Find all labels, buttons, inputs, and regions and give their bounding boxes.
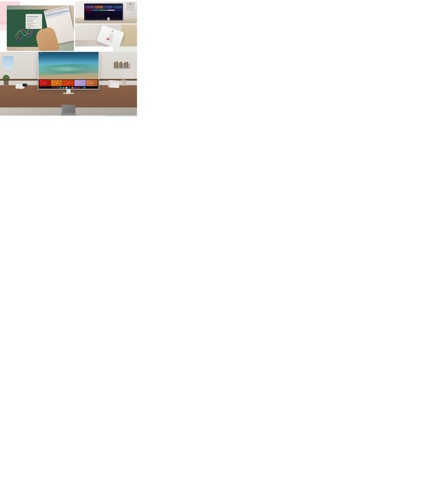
hand-phone-image: 02. Window retouch Please change it to t… <box>7 5 74 51</box>
nav-hulu[interactable]: hulu <box>63 87 65 89</box>
monitor-stand-neck <box>66 89 71 93</box>
desk-paper-2 <box>16 84 23 89</box>
remote-home-button[interactable] <box>109 37 111 39</box>
nav-left-icons: ≡ ⚙ ⌂ <box>52 87 56 88</box>
desk-monitor <box>84 4 123 20</box>
svg-text:you can reflect it and: you can reflect it and <box>27 27 34 27</box>
remote-image: Netflix hulu be <box>75 24 137 46</box>
monitor-scene <box>75 1 137 24</box>
nav-home-icon[interactable]: ⌂ <box>54 87 56 88</box>
card-captain-marvel[interactable]: CAPTAIN MARVEL <box>39 80 51 86</box>
remote-scene: Netflix hulu be <box>75 24 137 46</box>
remote-ok-button[interactable] <box>109 33 113 37</box>
nav-apple-tv[interactable]: TV+ <box>65 87 67 89</box>
svg-text:gradation color,: gradation color, <box>27 24 32 25</box>
monitor-desk-image <box>75 1 137 24</box>
mouse-device <box>22 84 27 86</box>
page-wrapper: 02. Window retouch Please change it to t… <box>0 0 137 117</box>
room-shelf <box>114 68 130 69</box>
remote-back-button[interactable] <box>108 36 109 38</box>
remote-menu-button[interactable] <box>111 38 113 40</box>
card-lady-tramp-2[interactable]: Lady Lady Tramp Tramp <box>74 80 86 86</box>
bottom-section: Featured CAPTAIN MARVEL <box>0 52 137 116</box>
svg-text:of the sky with the: of the sky with the <box>27 20 33 20</box>
svg-text:but if you have a better ide: but if you have a better ide <box>27 25 36 26</box>
room-window <box>3 56 14 69</box>
webcam <box>126 2 134 10</box>
nav-disney[interactable]: Disney+ <box>68 87 70 89</box>
room-background: Featured CAPTAIN MARVEL <box>0 52 137 116</box>
content-card-1 <box>85 6 94 9</box>
screen-hero-area: Featured <box>38 52 99 79</box>
pencil-cup <box>122 80 126 86</box>
chair-seat <box>61 113 76 116</box>
plant-pot <box>4 81 9 85</box>
right-top-column: Netflix hulu be <box>74 1 137 51</box>
nav-menu-icon[interactable]: ≡ <box>52 87 53 88</box>
card-incredibles[interactable]: THE INCREDIBLES <box>63 80 74 86</box>
desk-chair <box>59 105 78 116</box>
nav-prime[interactable]: prime <box>60 87 61 89</box>
chair-back <box>62 105 75 113</box>
content-cards-container: CAPTAIN MARVEL LADY & TRAMP <box>38 79 99 86</box>
screen-nav-bar: ≡ ⚙ ⌂ Netflix prime hulu TV+ Disney+ P <box>38 86 99 89</box>
featured-label: Featured <box>40 53 42 53</box>
svg-text:02. Window retouch: 02. Window retouch <box>27 16 38 17</box>
content-card-4 <box>113 6 122 9</box>
svg-text:work on it.: work on it. <box>27 28 30 29</box>
remote-mic-indicator <box>111 32 112 33</box>
monitor-screen <box>84 4 123 18</box>
nav-vudu[interactable]: vudu <box>74 87 76 89</box>
monitor-stand-foot <box>63 93 74 94</box>
svg-text:Please change it to the im: Please change it to the im <box>27 19 36 19</box>
room-books <box>114 61 130 69</box>
nav-youtube-tv[interactable]: TV <box>81 87 82 89</box>
remote-power-button[interactable] <box>111 30 114 32</box>
svg-text:behind the window.: behind the window. <box>27 21 33 22</box>
svg-text:I think it'd be good to have: I think it'd be good to have <box>27 23 36 24</box>
main-monitor: Featured CAPTAIN MARVEL <box>38 52 99 89</box>
hand-photo-inner: 02. Window retouch Please change it to t… <box>7 5 74 51</box>
main-monitor-wrapper: Featured CAPTAIN MARVEL <box>38 52 99 94</box>
content-card-2 <box>94 6 103 9</box>
top-section: 02. Window retouch Please change it to t… <box>0 1 137 51</box>
content-cards-row: CAPTAIN MARVEL LADY & TRAMP <box>38 79 99 89</box>
nav-peacock[interactable]: P <box>72 87 74 89</box>
content-card-3 <box>104 6 113 9</box>
mouse <box>107 17 110 21</box>
monitor-stand-neck <box>102 18 105 20</box>
nav-netflix[interactable]: Netflix <box>56 87 58 89</box>
nav-settings-icon[interactable]: ⚙ <box>53 87 54 88</box>
nav-youtube[interactable]: ▶ <box>77 87 79 89</box>
monitor-ui-bar <box>85 4 122 5</box>
nav-att[interactable]: AT&T <box>83 87 85 89</box>
card-mandalorian[interactable]: THE MANDALORIAN <box>86 80 98 86</box>
card-lady-tramp-1[interactable]: LADY & TRAMP <box>51 80 62 86</box>
main-monitor-screen: Featured CAPTAIN MARVEL <box>38 52 99 89</box>
notebook-on-desk <box>108 80 120 88</box>
